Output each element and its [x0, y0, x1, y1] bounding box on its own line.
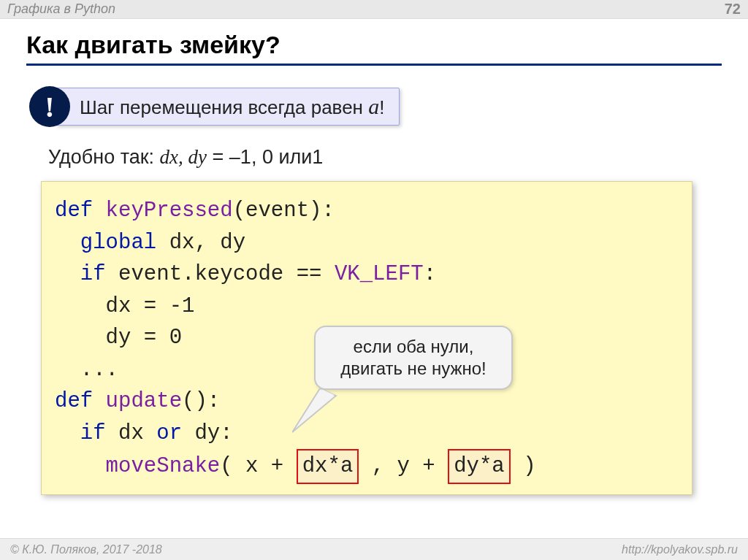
code-l7-rest: ():: [182, 389, 220, 413]
code-l9-c: ): [511, 454, 536, 478]
footer-url: http://kpolyakov.spb.ru: [622, 543, 738, 556]
code-l3-colon: :: [424, 262, 436, 286]
fn-update: update: [93, 389, 182, 413]
code-l8-mid: dx: [106, 421, 157, 445]
footer-copyright: © К.Ю. Поляков, 2017 -2018: [10, 543, 162, 556]
code-l1-rest: (event):: [233, 199, 335, 223]
fn-keypressed: keyPressed: [93, 199, 232, 223]
code-l8-rest: dy:: [182, 421, 233, 445]
sub-line: Удобно так: dx, dy = –1, 0 или1: [48, 146, 323, 169]
code-line-7: def update():: [55, 386, 682, 418]
speech-line-2: двигать не нужно!: [326, 358, 501, 380]
slide-title: Как двигать змейку?: [26, 31, 722, 66]
kw-if-1: if: [55, 262, 106, 286]
sub-vars: dx, dy: [160, 146, 207, 168]
top-bar-left: Графика в Python: [7, 1, 115, 17]
code-l3-mid: event.keycode ==: [106, 262, 335, 286]
const-vkleft: VK_LEFT: [335, 262, 424, 286]
kw-global: global: [55, 231, 156, 255]
code-line-9: moveSnake( x + dx*a , y + dy*a ): [55, 449, 682, 484]
code-line-3: if event.keycode == VK_LEFT:: [55, 258, 682, 291]
kw-def: def: [55, 199, 93, 223]
slide-number: 72: [725, 1, 741, 18]
exclamation-icon: !: [29, 86, 70, 127]
code-line-8: if dx or dy:: [55, 418, 682, 450]
callout-prefix: Шаг перемещения всегда равен: [80, 96, 368, 118]
top-bar: Графика в Python 72: [0, 0, 748, 19]
callout-excl: !: [379, 96, 384, 118]
code-line-2: global dx, dy: [55, 227, 682, 259]
footer: © К.Ю. Поляков, 2017 -2018 http://kpolya…: [0, 538, 748, 560]
callout-box: Шаг перемещения всегда равен a!: [56, 88, 400, 126]
sub-rest: = –1, 0 или1: [207, 146, 323, 168]
code-line-1: def keyPressed(event):: [55, 195, 682, 227]
kw-if-2: if: [55, 421, 106, 445]
slide: Графика в Python 72 Как двигать змейку? …: [0, 0, 748, 560]
kw-def-2: def: [55, 389, 93, 413]
callout: ! Шаг перемещения всегда равен a!: [29, 86, 400, 127]
highlight-box-1: dx*a: [297, 449, 359, 484]
code-l9-a: ( x +: [220, 454, 296, 478]
fn-movesnake: moveSnake: [55, 454, 220, 478]
code-l9-b: , y +: [359, 454, 448, 478]
kw-or: or: [156, 421, 182, 445]
speech-line-1: если оба нули,: [326, 336, 501, 358]
code-l2-rest: dx, dy: [156, 231, 245, 255]
speech-bubble: если оба нули, двигать не нужно!: [314, 326, 513, 390]
sub-prefix: Удобно так:: [48, 146, 160, 168]
highlight-box-2: dy*a: [448, 449, 511, 484]
callout-var: a: [368, 94, 379, 118]
code-line-4: dx = -1: [55, 291, 682, 323]
